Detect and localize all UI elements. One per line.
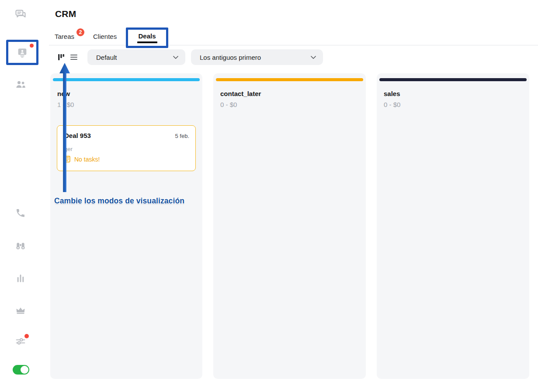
binoculars-icon — [14, 239, 27, 251]
notification-dot — [30, 44, 34, 48]
sidebar-item-settings[interactable] — [14, 335, 27, 348]
sort-order-dropdown[interactable]: Los antiguos primero — [191, 49, 323, 65]
column-stats: 0 - $0 — [220, 101, 237, 108]
deal-title: Deal 953 — [64, 132, 91, 139]
column-stats: 1 - $0 — [57, 101, 74, 108]
filter-value: Default — [96, 54, 117, 61]
crown-icon — [14, 304, 27, 316]
kanban-column-sales: sales 0 - $0 — [377, 73, 529, 379]
bar-chart-icon — [14, 272, 27, 285]
chat-icon — [14, 8, 27, 21]
sidebar-item-calls[interactable] — [14, 206, 27, 220]
page-title: CRM — [55, 9, 76, 19]
list-view-icon — [69, 53, 78, 62]
tutorial-highlight-box-leads — [6, 40, 38, 65]
sidebar-item-team[interactable] — [14, 78, 27, 91]
sidebar-item-leads[interactable] — [16, 46, 29, 59]
chevron-down-icon — [311, 56, 316, 59]
crm-app-window: CRM Tareas 2 Clientes Deals Default Los … — [0, 0, 538, 392]
chevron-down-icon — [173, 56, 178, 59]
sidebar-item-chat[interactable] — [14, 8, 27, 21]
list-view-button[interactable] — [69, 53, 79, 62]
deal-task-status: No tasks! — [63, 155, 100, 163]
tareas-count-badge: 2 — [76, 28, 85, 37]
deal-contact: ger — [64, 146, 73, 152]
sidebar-item-search[interactable] — [14, 239, 27, 252]
note-icon — [63, 155, 71, 163]
column-title: contact_later — [220, 90, 261, 97]
phone-icon — [15, 207, 26, 219]
active-tab-indicator — [137, 41, 157, 43]
tutorial-callout-text: Cambie los modos de visualización — [54, 196, 184, 206]
toggle-knob — [21, 366, 28, 374]
header-divider — [49, 45, 538, 45]
kanban-column-contact-later: contact_later 0 - $0 — [213, 73, 366, 379]
sort-value: Los antiguos primero — [200, 54, 261, 61]
column-accent-bar — [379, 78, 527, 81]
kanban-view-icon — [57, 53, 65, 61]
deal-card[interactable]: Deal 953 5 feb. ger No tasks! — [57, 125, 196, 171]
kanban-view-button[interactable] — [56, 53, 66, 62]
no-tasks-warning: No tasks! — [74, 156, 100, 163]
sidebar-item-stats[interactable] — [14, 272, 27, 285]
tab-clientes[interactable]: Clientes — [93, 33, 117, 40]
column-accent-bar — [216, 78, 363, 81]
people-icon — [14, 79, 27, 91]
tab-tareas[interactable]: Tareas — [55, 33, 74, 40]
sidebar-item-premium[interactable] — [14, 304, 27, 317]
tab-deals-label: Deals — [138, 32, 156, 40]
sidebar-toggle-switch[interactable] — [13, 365, 29, 375]
pipeline-filter-dropdown[interactable]: Default — [87, 49, 185, 65]
column-title: sales — [384, 90, 400, 97]
column-accent-bar — [53, 78, 200, 81]
column-title: new — [57, 90, 70, 97]
column-stats: 0 - $0 — [384, 101, 400, 108]
deal-date: 5 feb. — [175, 133, 189, 139]
notification-dot — [24, 334, 29, 338]
tab-deals[interactable]: Deals — [126, 28, 168, 48]
kanban-column-new: new 1 - $0 Deal 953 5 feb. ger No tasks! — [50, 73, 202, 379]
contact-card-icon — [16, 46, 28, 58]
